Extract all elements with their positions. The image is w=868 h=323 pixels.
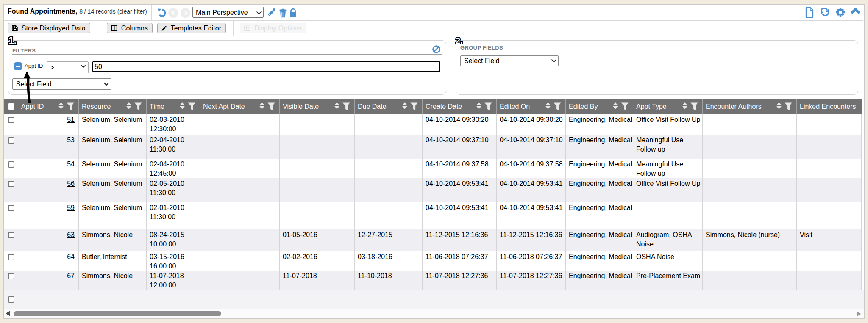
svg-text:2.: 2. <box>456 36 463 45</box>
svg-text:1.: 1. <box>8 35 17 46</box>
